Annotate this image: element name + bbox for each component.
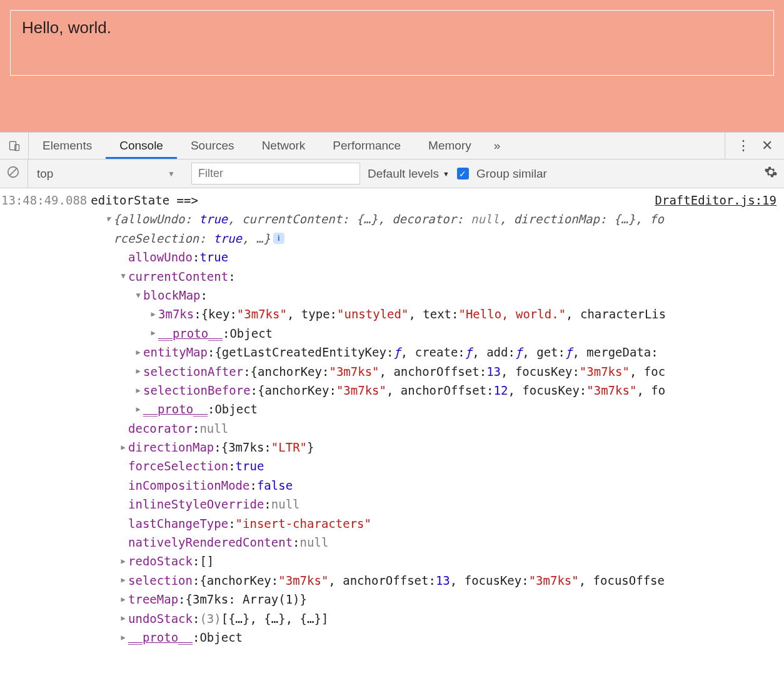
source-link[interactable]: DraftEditor.js:19 [655,191,784,210]
devtools-tabs: Elements Console Sources Network Perform… [0,132,784,159]
prop-natively[interactable]: nativelyRenderedContent: null [103,533,784,552]
editor-text: Hello, world. [22,18,111,37]
prop-currentcontent[interactable]: currentContent: [103,267,784,286]
close-icon[interactable]: ✕ [761,138,773,154]
page-content: Hello, world. [0,0,784,132]
expand-arrow-icon[interactable] [133,346,143,358]
expand-arrow-icon[interactable] [118,270,128,282]
expand-arrow-icon[interactable] [148,327,158,339]
prop-undostack[interactable]: undoStack: (3) [{…}, {…}, {…}] [103,609,784,628]
prop-incomposition[interactable]: inCompositionMode: false [103,476,784,495]
prop-selectionafter[interactable]: selectionAfter: {anchorKey: "3m7ks", anc… [103,362,784,381]
object-tree: {allowUndo: true, currentContent: {…}, d… [0,210,784,647]
prop-block-entry[interactable]: 3m7ks: {key: "3m7ks", type: "unstyled", … [103,305,784,323]
prop-forceselection[interactable]: forceSelection: true [103,457,784,475]
kebab-menu-icon[interactable]: ⋮ [736,138,750,154]
expand-arrow-icon[interactable] [118,442,128,453]
tab-elements[interactable]: Elements [29,133,106,159]
timestamp: 13:48:49.088 [0,191,91,210]
expand-arrow-icon[interactable] [133,290,143,301]
expand-arrow-icon[interactable] [118,612,128,624]
expand-arrow-icon[interactable] [133,385,143,397]
tab-performance[interactable]: Performance [319,133,415,159]
expand-arrow-icon[interactable] [133,365,143,377]
context-selector[interactable]: top▼ [28,159,184,188]
prop-blockmap-proto[interactable]: __proto__: Object [103,324,784,343]
expand-arrow-icon[interactable] [118,594,128,605]
log-entry[interactable]: 13:48:49.088 editorState ==> DraftEditor… [0,191,784,210]
group-similar-label: Group similar [476,167,547,181]
expand-arrow-icon[interactable] [118,574,128,586]
prop-blockmap[interactable]: blockMap: [103,286,784,305]
tab-memory[interactable]: Memory [415,133,485,159]
group-similar-checkbox[interactable]: ✓ [457,168,469,180]
prop-inlinestyle[interactable]: inlineStyleOverride: null [103,495,784,513]
object-summary-2: rceSelection: true, …}i [103,229,784,248]
prop-directionmap[interactable]: directionMap: {3m7ks: "LTR"} [103,438,784,457]
prop-decorator[interactable]: decorator: null [103,419,784,438]
prop-entitymap[interactable]: entityMap: {getLastCreatedEntityKey: ƒ, … [103,343,784,362]
expand-arrow-icon[interactable] [103,213,113,225]
tabs-more[interactable]: » [485,139,510,153]
prop-selection[interactable]: selection: {anchorKey: "3m7ks", anchorOf… [103,571,784,590]
prop-currentcontent-proto[interactable]: __proto__: Object [103,400,784,418]
prop-treemap[interactable]: treeMap: {3m7ks: Array(1)} [103,590,784,609]
prop-redostack[interactable]: redoStack: [] [103,552,784,570]
log-levels-selector[interactable]: Default levels ▼ [368,167,450,181]
prop-root-proto[interactable]: __proto__: Object [103,628,784,647]
console-toolbar: top▼ Default levels ▼ ✓ Group similar [0,159,784,188]
expand-arrow-icon[interactable] [148,308,158,320]
expand-arrow-icon[interactable] [118,632,128,644]
clear-console-icon[interactable] [6,165,20,182]
object-summary[interactable]: {allowUndo: true, currentContent: {…}, d… [103,210,784,228]
info-icon[interactable]: i [273,233,284,244]
filter-input[interactable] [191,163,360,185]
prop-allowundo[interactable]: allowUndo: true [103,248,784,266]
svg-line-3 [10,169,17,176]
console-output: 13:48:49.088 editorState ==> DraftEditor… [0,188,784,659]
expand-arrow-icon[interactable] [118,555,128,567]
tab-console[interactable]: Console [106,133,177,159]
prop-lastchange[interactable]: lastChangeType: "insert-characters" [103,514,784,533]
editor-box[interactable]: Hello, world. [10,10,774,76]
tab-network[interactable]: Network [248,133,319,159]
prop-selectionbefore[interactable]: selectionBefore: {anchorKey: "3m7ks", an… [103,381,784,400]
device-toggle-icon[interactable] [0,133,29,159]
tab-sources[interactable]: Sources [177,133,248,159]
settings-gear-icon[interactable] [764,165,778,182]
expand-arrow-icon[interactable] [133,403,143,415]
log-message: editorState ==> [91,191,198,210]
